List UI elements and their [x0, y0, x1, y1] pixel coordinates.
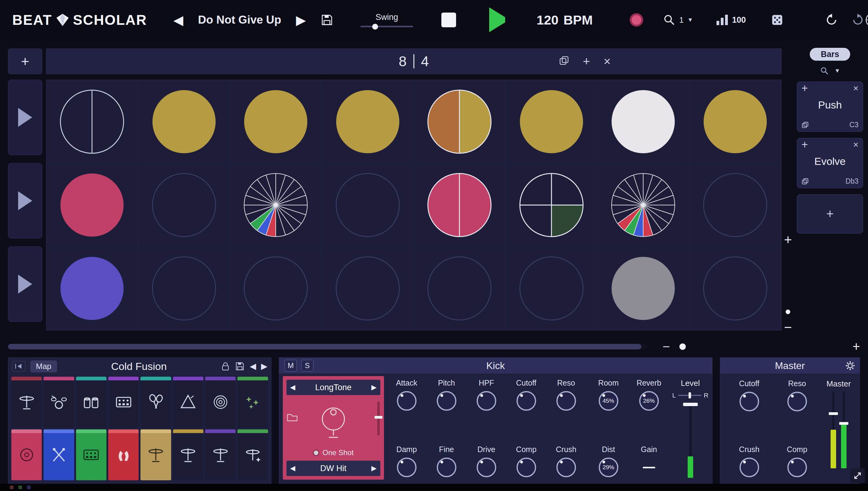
beat-cell-r1-c3[interactable] [230, 80, 322, 163]
stop-button[interactable] [441, 12, 456, 27]
damp-knob[interactable] [397, 458, 416, 477]
beat-cell-r1-c1[interactable] [46, 80, 138, 163]
undo-button[interactable] [824, 13, 839, 27]
kit-tile-sticks[interactable] [44, 429, 74, 480]
swing-slider-thumb[interactable] [372, 24, 378, 29]
pan-thumb[interactable] [688, 392, 691, 399]
add-bar-button[interactable]: + [583, 55, 590, 67]
beat-cell-r1-c8[interactable] [689, 80, 782, 163]
next-kit-button[interactable]: ▶ [261, 362, 268, 371]
sample-selector-bottom[interactable]: ◀ DW Hit ▶ [287, 461, 380, 476]
chevron-down-icon[interactable]: ▼ [835, 67, 840, 74]
timeline-zoom-slider[interactable] [675, 346, 755, 347]
prev-sample-icon[interactable]: ◀ [290, 464, 295, 472]
prev-sample-icon[interactable]: ◀ [290, 383, 295, 392]
pan-slider[interactable] [678, 395, 701, 396]
beat-cell-r2-c4[interactable] [322, 163, 414, 247]
magnifier-icon[interactable] [820, 66, 829, 76]
save-button[interactable] [321, 13, 333, 26]
horizontal-scrollbar[interactable] [8, 344, 648, 349]
beat-cell-r3-c5[interactable] [414, 247, 506, 330]
beat-cell-r2-c5[interactable] [414, 163, 506, 247]
row-3-play-button[interactable] [8, 247, 42, 322]
beat-cell-r3-c7[interactable] [597, 247, 689, 330]
crush-knob[interactable] [557, 458, 576, 477]
master-crush-knob[interactable] [739, 458, 759, 477]
drive-knob[interactable] [477, 458, 496, 477]
pad-card-push[interactable]: + × Push C3 [797, 82, 863, 132]
taskbar-icon[interactable] [19, 486, 22, 489]
beat-cell-r3-c6[interactable] [506, 247, 598, 330]
beat-cell-r1-c5[interactable] [414, 80, 506, 163]
pad-card-evolve[interactable]: + × Evolve Db3 [797, 138, 863, 188]
beat-cell-r3-c1[interactable] [46, 247, 138, 330]
beat-cell-r1-c4[interactable] [322, 80, 414, 163]
lock-icon[interactable] [221, 361, 230, 372]
prev-kit-button[interactable]: ◀ [250, 362, 256, 371]
reverb-knob[interactable]: 26% [639, 391, 659, 411]
duplicate-icon[interactable] [802, 178, 809, 185]
cutoff-knob[interactable] [516, 391, 536, 411]
duplicate-bar-button[interactable] [559, 56, 569, 67]
bpm-display[interactable]: 120 BPM [537, 12, 593, 28]
kit-tile-spiral[interactable] [205, 377, 236, 428]
card-close-icon[interactable]: × [853, 83, 859, 93]
redo-button[interactable] [851, 13, 865, 27]
kit-tile-cymbalstar[interactable] [237, 429, 268, 480]
beat-cell-r3-c2[interactable] [138, 247, 230, 330]
taskbar-icon[interactable] [27, 486, 31, 489]
add-row-button[interactable]: + [784, 233, 792, 247]
attack-knob[interactable] [397, 391, 416, 411]
kit-tile-drummachine[interactable] [108, 377, 139, 428]
beat-cell-r3-c3[interactable] [230, 247, 322, 330]
room-knob[interactable]: 45% [599, 391, 618, 411]
kit-tile-stars[interactable] [237, 377, 268, 428]
master-reso-knob[interactable] [787, 392, 807, 411]
kit-tile-drums[interactable] [76, 377, 106, 428]
next-pattern-button[interactable]: ▶ [296, 12, 306, 28]
kit-tile-drumkit[interactable] [44, 377, 74, 428]
record-button[interactable] [630, 13, 643, 27]
one-shot-option[interactable]: One Shot [287, 449, 380, 457]
swing-slider[interactable] [360, 26, 413, 27]
timeline-zoom-out-button[interactable]: − [662, 340, 670, 353]
kit-tile-cymbal[interactable] [205, 429, 236, 480]
beat-cell-r1-c2[interactable] [138, 80, 230, 163]
card-add-icon[interactable]: + [802, 82, 808, 95]
time-signature[interactable]: 8 4 [399, 53, 429, 69]
prev-pattern-button[interactable]: ◀ [173, 12, 183, 28]
reso-knob[interactable] [557, 391, 576, 411]
beat-cell-r2-c6[interactable] [506, 163, 598, 247]
comp-knob[interactable] [516, 458, 536, 477]
beat-cell-r3-c8[interactable] [689, 247, 782, 330]
kit-tile-drummachine[interactable] [76, 429, 106, 480]
fine-knob[interactable] [437, 458, 456, 477]
density-control[interactable]: 100 [716, 15, 746, 25]
gain-slider[interactable] [643, 467, 655, 468]
add-pad-card[interactable]: + [797, 194, 863, 234]
beat-cell-r3-c4[interactable] [322, 247, 414, 330]
beat-cell-r2-c7[interactable] [597, 163, 689, 247]
vertical-scroll-dot[interactable] [786, 310, 790, 314]
collapse-library-button[interactable] [12, 361, 25, 372]
kit-tile-maracas[interactable] [140, 377, 171, 428]
master-fader-right-handle[interactable] [839, 422, 848, 425]
one-shot-radio[interactable] [313, 450, 319, 456]
master-meter-right[interactable] [841, 392, 846, 468]
zoom-caret-icon[interactable]: ▼ [687, 17, 693, 23]
solo-button[interactable]: S [301, 360, 314, 372]
timeline-zoom-thumb[interactable] [679, 344, 686, 350]
taskbar-icon[interactable] [10, 486, 13, 489]
master-cutoff-knob[interactable] [739, 392, 759, 411]
next-sample-icon[interactable]: ▶ [372, 464, 377, 472]
kit-tile-cymbal[interactable] [11, 377, 42, 428]
bars-toggle-button[interactable]: Bars [810, 48, 850, 61]
settings-button[interactable] [845, 360, 856, 371]
sample-volume-slider[interactable] [377, 402, 380, 435]
kit-tile-triangle[interactable] [173, 377, 204, 428]
add-track-button[interactable]: + [8, 49, 42, 74]
master-meter-left[interactable] [831, 392, 836, 468]
sample-volume-thumb[interactable] [375, 416, 382, 419]
beat-cell-r2-c3[interactable] [230, 163, 322, 247]
pitch-knob[interactable] [437, 391, 456, 411]
